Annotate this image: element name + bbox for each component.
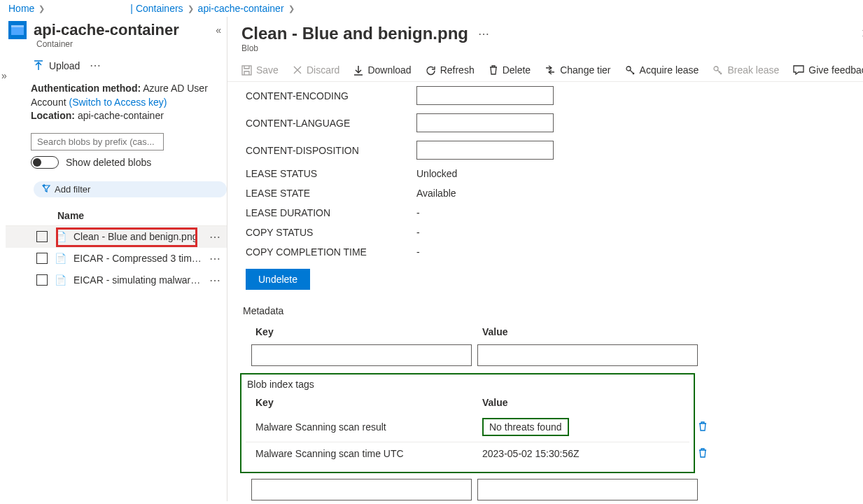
- copy-completion-value: -: [416, 246, 420, 258]
- row-more-icon[interactable]: ⋯: [209, 252, 221, 265]
- tag-key: Malware Scanning scan result: [255, 421, 482, 433]
- upload-button[interactable]: Upload: [34, 60, 80, 71]
- switch-access-key-link[interactable]: (Switch to Access key): [69, 97, 167, 108]
- file-row[interactable]: 📄 Clean - Blue and benign.png ⋯: [6, 226, 227, 248]
- breadcrumb: Home ❯ | Containers ❯ api-cache-containe…: [0, 0, 863, 17]
- refresh-button[interactable]: Refresh: [426, 64, 475, 76]
- upload-icon: [34, 60, 43, 71]
- title-more-icon[interactable]: ⋯: [478, 27, 490, 41]
- chevron-right-icon: ❯: [38, 4, 45, 13]
- tags-header: Key Value: [246, 393, 689, 412]
- change-tier-button[interactable]: Change tier: [545, 64, 610, 76]
- delete-button[interactable]: Delete: [489, 64, 531, 76]
- breadcrumb-containers[interactable]: | Containers: [130, 3, 183, 14]
- breadcrumb-container[interactable]: api-cache-container: [198, 3, 284, 14]
- tag-value: 2023-05-02 15:30:56Z: [482, 448, 689, 459]
- discard-button: Discard: [293, 64, 339, 76]
- prop-label: COPY STATUS: [246, 227, 416, 238]
- metadata-header: Key Value: [246, 322, 863, 342]
- lease-status-value: Unlocked: [416, 168, 457, 179]
- tag-value-highlight: No threats found: [482, 418, 569, 436]
- collapse-icon[interactable]: «: [216, 24, 221, 36]
- tag-key-input[interactable]: [251, 479, 472, 500]
- acquire-lease-button[interactable]: Acquire lease: [625, 64, 699, 76]
- file-icon: 📄: [55, 231, 66, 242]
- tags-title: Blob index tags: [247, 379, 689, 390]
- tag-key: Malware Scanning scan time UTC: [255, 448, 482, 459]
- file-row[interactable]: 📄 EICAR - simulating malware.... ⋯: [6, 270, 227, 291]
- show-deleted-toggle[interactable]: [31, 156, 59, 169]
- svg-rect-1: [11, 25, 24, 27]
- tag-row: Malware Scanning scan result No threats …: [246, 412, 689, 442]
- content-disposition-input[interactable]: [416, 141, 554, 160]
- row-more-icon[interactable]: ⋯: [209, 274, 221, 287]
- content-area: CONTENT-ENCODING CONTENT-LANGUAGE CONTEN…: [227, 82, 863, 501]
- add-filter-button[interactable]: Add filter: [34, 181, 227, 197]
- container-subtitle: Container: [6, 39, 227, 49]
- more-icon[interactable]: ⋯: [90, 59, 101, 72]
- prop-label: LEASE DURATION: [246, 207, 416, 218]
- expand-icon[interactable]: »: [1, 70, 7, 81]
- lease-duration-value: -: [416, 207, 420, 218]
- prop-label: CONTENT-LANGUAGE: [246, 118, 416, 129]
- show-deleted-label: Show deleted blobs: [66, 157, 151, 168]
- row-checkbox[interactable]: [36, 231, 48, 242]
- undelete-button[interactable]: Undelete: [246, 269, 310, 290]
- breadcrumb-home[interactable]: Home: [8, 3, 34, 14]
- svg-rect-2: [242, 66, 251, 75]
- prop-label: LEASE STATE: [246, 188, 416, 199]
- search-blobs-input[interactable]: [31, 133, 164, 150]
- file-name[interactable]: EICAR - simulating malware....: [73, 274, 202, 286]
- metadata-key-input[interactable]: [251, 344, 472, 366]
- file-icon: 📄: [55, 253, 66, 264]
- prop-label: COPY COMPLETION TIME: [246, 246, 416, 258]
- left-panel: api-cache-container « Container Upload ⋯…: [0, 17, 227, 501]
- lease-state-value: Available: [416, 188, 456, 199]
- column-name-header[interactable]: Name: [6, 206, 227, 226]
- file-name[interactable]: EICAR - Compressed 3 time...: [73, 253, 202, 264]
- break-lease-button: Break lease: [713, 64, 779, 76]
- command-bar: Save Discard Download Refresh Delete Cha…: [227, 59, 863, 82]
- row-checkbox[interactable]: [36, 274, 48, 286]
- save-button: Save: [241, 64, 279, 76]
- prop-label: CONTENT-DISPOSITION: [246, 145, 416, 156]
- file-name[interactable]: Clean - Blue and benign.png: [73, 231, 202, 242]
- detail-panel: Clean - Blue and benign.png ⋯ ✕ Blob Sav…: [227, 17, 863, 501]
- auth-info: Authentication method: Azure AD User Acc…: [6, 79, 227, 129]
- feedback-button[interactable]: Give feedback: [793, 64, 863, 76]
- prop-label: LEASE STATUS: [246, 168, 416, 179]
- blob-index-tags-section: Blob index tags Key Value Malware Scanni…: [240, 373, 695, 473]
- metadata-value-input[interactable]: [477, 344, 698, 366]
- row-more-icon[interactable]: ⋯: [209, 230, 221, 244]
- row-checkbox[interactable]: [36, 253, 48, 264]
- delete-tag-icon[interactable]: [698, 421, 708, 434]
- file-row[interactable]: 📄 EICAR - Compressed 3 time... ⋯: [6, 248, 227, 270]
- delete-tag-icon[interactable]: [698, 447, 708, 461]
- upload-label: Upload: [49, 60, 80, 71]
- tag-value-input[interactable]: [477, 479, 698, 500]
- chevron-right-icon: ❯: [188, 4, 194, 13]
- filter-icon: [42, 184, 50, 195]
- blob-subtitle: Blob: [227, 43, 863, 59]
- tag-row: Malware Scanning scan time UTC 2023-05-0…: [246, 442, 689, 465]
- download-button[interactable]: Download: [353, 64, 411, 76]
- file-icon: 📄: [55, 274, 66, 286]
- container-title: api-cache-container: [34, 21, 179, 39]
- metadata-title: Metadata: [243, 305, 863, 316]
- content-encoding-input[interactable]: [416, 86, 554, 105]
- blob-title: Clean - Blue and benign.png: [241, 24, 468, 43]
- chevron-right-icon: ❯: [288, 4, 295, 13]
- container-icon: [8, 21, 27, 39]
- content-language-input[interactable]: [416, 113, 554, 132]
- prop-label: CONTENT-ENCODING: [246, 90, 416, 102]
- copy-status-value: -: [416, 227, 420, 238]
